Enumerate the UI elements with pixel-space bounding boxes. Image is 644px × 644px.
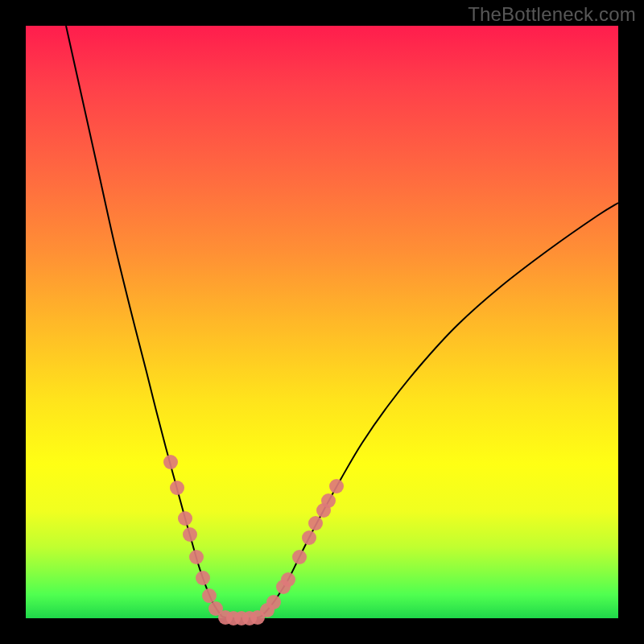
marker-left-6 — [202, 588, 217, 603]
marker-left-5 — [196, 571, 210, 585]
marker-left-4 — [189, 550, 204, 564]
left-curve-path — [66, 26, 222, 617]
right-curve-path — [261, 203, 618, 617]
marker-right-8 — [321, 493, 336, 508]
marker-right-1 — [266, 595, 281, 609]
marker-left-0 — [163, 455, 178, 469]
marker-right-4 — [292, 550, 307, 564]
marker-right-5 — [302, 530, 316, 545]
chart-frame: TheBottleneck.com — [0, 0, 644, 644]
markers-group — [163, 455, 344, 625]
marker-right-3 — [281, 572, 295, 587]
marker-right-6 — [308, 516, 323, 530]
marker-right-9 — [329, 479, 344, 493]
watermark-text: TheBottleneck.com — [468, 3, 636, 26]
chart-plot-area — [26, 26, 618, 618]
chart-svg — [26, 26, 618, 618]
marker-left-2 — [178, 511, 192, 526]
marker-left-3 — [183, 527, 197, 542]
marker-left-1 — [170, 481, 184, 495]
